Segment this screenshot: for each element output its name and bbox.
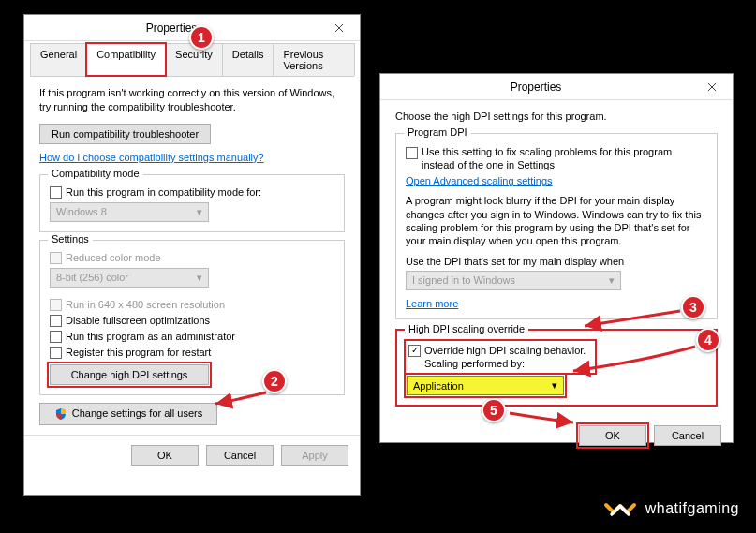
program-dpi-group: Program DPI Use this setting to fix scal… [395, 133, 718, 319]
register-restart-label: Register this program for restart [66, 347, 211, 358]
tab-previous-versions[interactable]: Previous Versions [273, 43, 355, 76]
cancel-button-2[interactable]: Cancel [654, 425, 721, 446]
properties-dialog-2: Properties Choose the high DPI settings … [379, 73, 734, 443]
chevron-down-icon: ▾ [609, 274, 615, 287]
close-button-2[interactable] [691, 74, 733, 100]
window-title-2: Properties [380, 81, 691, 94]
logo-icon [602, 496, 638, 522]
learn-more-link[interactable]: Learn more [406, 298, 458, 309]
color-select: 8-bit (256) color ▾ [50, 268, 209, 288]
advanced-scaling-link[interactable]: Open Advanced scaling settings [406, 175, 553, 186]
cancel-button[interactable]: Cancel [206, 445, 274, 466]
callout-badge-4: 4 [696, 328, 720, 352]
close-icon [334, 23, 344, 33]
disable-fullscreen-checkbox[interactable] [50, 315, 62, 327]
tab-general[interactable]: General [30, 43, 87, 76]
program-dpi-legend: Program DPI [404, 126, 471, 138]
change-dpi-button[interactable]: Change high DPI settings [50, 364, 209, 385]
intro-text: If this program isn't working correctly … [39, 86, 345, 114]
run-640-label: Run in 640 x 480 screen resolution [66, 299, 225, 310]
register-restart-checkbox[interactable] [50, 347, 62, 359]
program-dpi-check-label: Use this setting to fix scaling problems… [422, 145, 707, 172]
callout-badge-2: 2 [262, 369, 287, 393]
compat-mode-checkbox[interactable] [50, 186, 62, 199]
titlebar-2: Properties [380, 74, 733, 100]
ok-button-2[interactable]: OK [579, 425, 646, 446]
program-dpi-checkbox[interactable] [406, 147, 418, 159]
chevron-down-icon: ▾ [197, 272, 202, 284]
change-all-users-button[interactable]: Change settings for all users [39, 403, 217, 425]
chevron-down-icon: ▾ [197, 206, 202, 218]
logo-text: whatifgaming [645, 500, 739, 517]
tab-compatibility[interactable]: Compatibility [86, 43, 166, 76]
callout-badge-3: 3 [681, 295, 705, 319]
settings-legend: Settings [48, 233, 93, 244]
reduced-color-label: Reduced color mode [66, 252, 161, 263]
tab-security[interactable]: Security [165, 43, 223, 76]
compat-mode-select: Windows 8 ▾ [50, 202, 209, 222]
settings-group: Settings Reduced color mode 8-bit (256) … [39, 240, 345, 395]
program-dpi-description: A program might look blurry if the DPI f… [406, 194, 707, 247]
brand-logo: whatifgaming [602, 496, 739, 522]
shield-icon [54, 407, 67, 421]
intro-text-2: Choose the high DPI settings for this pr… [395, 110, 718, 124]
reduced-color-checkbox [50, 252, 62, 264]
properties-dialog-1: Properties General Compatibility Securit… [23, 14, 361, 496]
callout-badge-5: 5 [482, 398, 506, 422]
override-check-label: Override high DPI scaling behavior. Scal… [424, 344, 586, 371]
compat-mode-group: Compatibility mode Run this program in c… [39, 174, 345, 232]
ok-button[interactable]: OK [131, 445, 199, 466]
dialog2-button-row: OK Cancel [380, 423, 733, 455]
apply-button: Apply [281, 445, 348, 466]
override-checkbox[interactable] [408, 345, 421, 357]
override-group: High DPI scaling override Override high … [395, 329, 718, 407]
override-legend: High DPI scaling override [405, 323, 528, 334]
run-640-checkbox [50, 299, 62, 311]
run-troubleshooter-button[interactable]: Run compatibility troubleshooter [39, 124, 211, 144]
run-admin-label: Run this program as an administrator [66, 331, 235, 342]
compat-mode-legend: Compatibility mode [48, 168, 143, 179]
compat-mode-label: Run this program in compatibility mode f… [66, 186, 261, 198]
close-icon [707, 82, 717, 92]
tab-details[interactable]: Details [222, 43, 274, 76]
chevron-down-icon: ▾ [552, 379, 557, 392]
window-title: Properties [24, 22, 319, 35]
override-select[interactable]: Application ▾ [407, 376, 564, 395]
use-dpi-label: Use the DPI that's set for my main displ… [406, 256, 707, 267]
dialog1-button-row: OK Cancel Apply [24, 435, 360, 475]
signin-select: I signed in to Windows ▾ [406, 271, 621, 290]
disable-fullscreen-label: Disable fullscreen optimizations [66, 315, 210, 326]
callout-badge-1: 1 [189, 25, 214, 50]
tabs: General Compatibility Security Details P… [30, 43, 354, 77]
manual-settings-link[interactable]: How do I choose compatibility settings m… [39, 152, 264, 163]
close-button[interactable] [319, 15, 360, 41]
run-admin-checkbox[interactable] [50, 331, 62, 343]
